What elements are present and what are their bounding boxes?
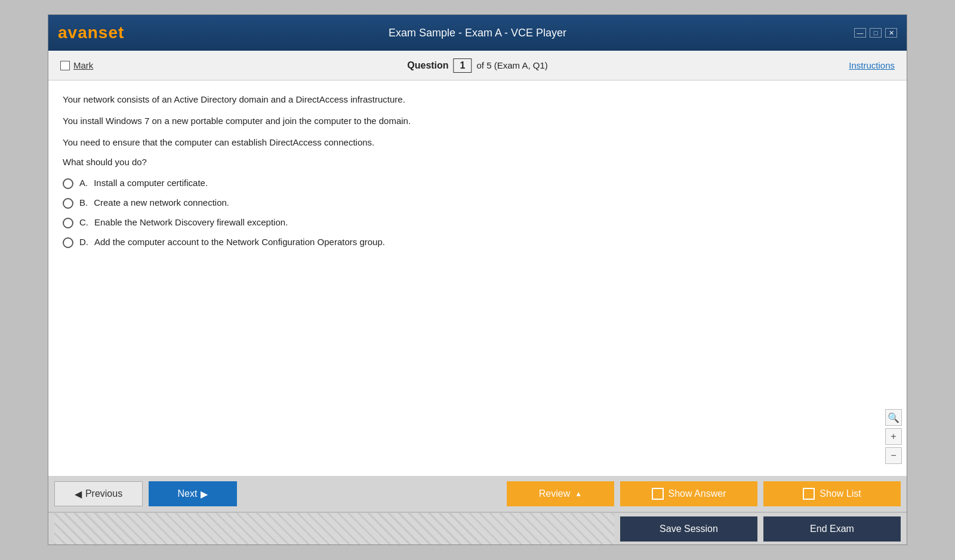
option-b-letter: B. [79,197,88,208]
show-answer-label: Show Answer [668,488,726,499]
window-controls: — □ ✕ [854,28,897,38]
question-label: Question [407,60,448,71]
mark-checkbox[interactable] [60,61,70,70]
review-label: Review [539,488,570,499]
next-label: Next [178,488,198,499]
review-button[interactable]: Review ▲ [507,481,614,506]
bottom-area: ◀ Previous Next ▶ Review ▲ Show Answer S… [48,476,907,544]
zoom-out-button[interactable]: − [885,447,902,464]
options-list: A. Install a computer certificate. B. Cr… [63,178,892,248]
option-a[interactable]: A. Install a computer certificate. [63,178,892,189]
nav-bar: ◀ Previous Next ▶ Review ▲ Show Answer S… [48,476,907,512]
question-info: Question 1 of 5 (Exam A, Q1) [407,58,547,73]
question-paragraph-1: Your network consists of an Active Direc… [63,92,892,107]
option-c-letter: C. [79,217,88,227]
instructions-link[interactable]: Instructions [849,60,895,70]
mark-label: Mark [73,60,93,70]
option-d-radio[interactable] [63,237,73,248]
show-list-button[interactable]: Show List [763,481,901,506]
title-bar: avanset Exam Sample - Exam A - VCE Playe… [48,15,907,51]
option-c[interactable]: C. Enable the Network Discovery firewall… [63,217,892,228]
zoom-panel: 🔍 + − [885,409,902,464]
option-b[interactable]: B. Create a new network connection. [63,197,892,209]
close-button[interactable]: ✕ [885,28,897,38]
question-paragraph-2: You install Windows 7 on a new portable … [63,114,892,128]
question-of: of 5 (Exam A, Q1) [477,60,548,70]
option-d-text: Add the computer account to the Network … [94,237,385,247]
save-session-button[interactable]: Save Session [620,516,757,542]
logo-highlight: s [98,23,109,42]
logo-text-1: avan [58,23,98,42]
end-exam-label: End Exam [810,524,854,534]
option-c-text: Enable the Network Discovery firewall ex… [94,217,288,227]
next-arrow-icon: ▶ [201,488,208,500]
show-list-label: Show List [820,488,861,499]
save-end-bar: Save Session End Exam [48,512,907,544]
minimize-button[interactable]: — [854,28,866,38]
option-b-text: Create a new network connection. [94,197,229,208]
question-header: Mark Question 1 of 5 (Exam A, Q1) Instru… [48,51,907,81]
show-answer-button[interactable]: Show Answer [620,481,757,506]
previous-button[interactable]: ◀ Previous [54,481,143,506]
question-number: 1 [454,58,472,73]
logo-text-2: et [108,23,124,42]
end-exam-button[interactable]: End Exam [763,516,901,542]
app-logo: avanset [58,23,124,42]
question-paragraph-3: You need to ensure that the computer can… [63,135,892,150]
save-session-label: Save Session [660,524,718,534]
search-icon[interactable]: 🔍 [885,409,902,426]
hatch-decoration [54,513,614,544]
option-d[interactable]: D. Add the computer account to the Netwo… [63,237,892,248]
maximize-button[interactable]: □ [870,28,882,38]
zoom-in-button[interactable]: + [885,428,902,445]
option-b-radio[interactable] [63,198,73,209]
prev-arrow-icon: ◀ [75,488,82,500]
mark-area: Mark [60,60,93,70]
previous-label: Previous [85,488,122,499]
option-c-radio[interactable] [63,218,73,228]
option-a-text: Install a computer certificate. [94,178,208,188]
show-list-icon [803,488,815,500]
window-title: Exam Sample - Exam A - VCE Player [389,27,566,39]
review-arrow-icon: ▲ [575,490,582,498]
question-stem: What should you do? [63,157,892,167]
option-d-letter: D. [79,237,88,247]
question-content: Your network consists of an Active Direc… [48,81,907,476]
option-a-radio[interactable] [63,178,73,189]
next-button[interactable]: Next ▶ [149,481,237,506]
option-a-letter: A. [79,178,88,188]
show-answer-icon [652,488,664,500]
